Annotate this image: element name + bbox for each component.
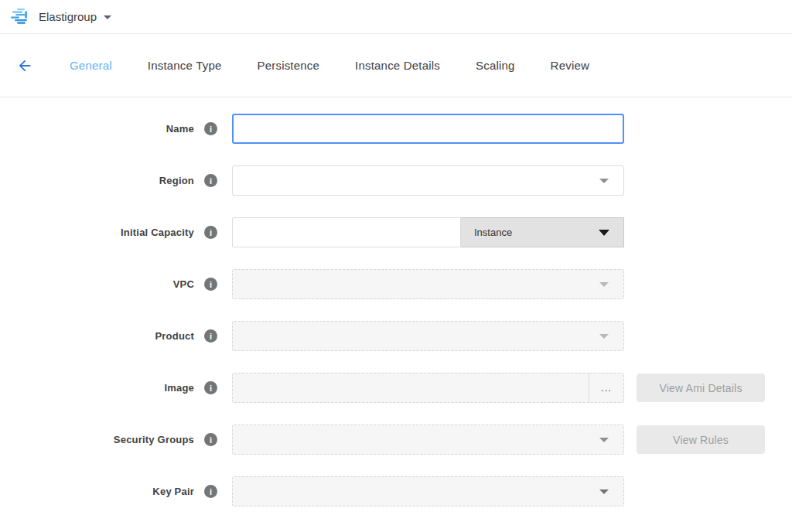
- image-field: ...: [232, 373, 624, 403]
- name-info-icon[interactable]: i: [204, 122, 217, 135]
- security-groups-label: Security Groups: [114, 434, 194, 445]
- back-arrow-icon[interactable]: [16, 57, 33, 74]
- product-info-icon[interactable]: i: [204, 329, 217, 343]
- vpc-row: VPC i: [0, 269, 792, 299]
- region-select[interactable]: [232, 165, 624, 196]
- product-caret-icon: [599, 334, 609, 339]
- tab-scaling[interactable]: Scaling: [476, 59, 515, 72]
- capacity-unit-value: Instance: [474, 227, 512, 238]
- tab-persistence[interactable]: Persistence: [258, 59, 320, 72]
- initial-capacity-row: Initial Capacity i Instance: [0, 217, 792, 247]
- vpc-label: VPC: [173, 278, 194, 290]
- view-rules-button[interactable]: View Rules: [637, 425, 765, 454]
- product-row: Product i: [0, 321, 792, 351]
- name-row: Name i: [0, 114, 792, 144]
- security-groups-select: [232, 425, 624, 455]
- view-ami-details-button[interactable]: View Ami Details: [637, 373, 765, 402]
- image-info-icon[interactable]: i: [204, 381, 217, 394]
- product-select: [232, 321, 624, 351]
- tab-instance-type[interactable]: Instance Type: [148, 59, 222, 72]
- app-switcher-caret-icon[interactable]: [104, 15, 111, 19]
- initial-capacity-label: Initial Capacity: [121, 227, 194, 238]
- initial-capacity-input[interactable]: [233, 218, 460, 247]
- tab-instance-details[interactable]: Instance Details: [355, 59, 440, 72]
- security-groups-row: Security Groups i View Rules: [0, 425, 792, 455]
- key-pair-select: [232, 476, 624, 506]
- vpc-select: [232, 269, 624, 299]
- vpc-info-icon[interactable]: i: [204, 278, 217, 291]
- image-row: Image i ... View Ami Details: [0, 373, 792, 403]
- security-groups-caret-icon: [599, 438, 609, 442]
- wizard-tab-bar: General Instance Type Persistence Instan…: [0, 34, 792, 97]
- app-switcher-label[interactable]: Elastigroup: [39, 10, 97, 23]
- key-pair-info-icon[interactable]: i: [204, 485, 217, 498]
- image-label: Image: [164, 382, 194, 394]
- security-groups-info-icon[interactable]: i: [204, 433, 217, 446]
- image-browse-button[interactable]: ...: [589, 373, 623, 402]
- key-pair-label: Key Pair: [152, 486, 194, 497]
- region-row: Region i: [0, 165, 792, 196]
- region-caret-icon: [599, 179, 609, 183]
- name-input[interactable]: [234, 115, 623, 142]
- initial-capacity-field-wrap: [232, 217, 461, 247]
- top-bar: Elastigroup: [0, 0, 792, 34]
- wizard-tabs: General Instance Type Persistence Instan…: [70, 59, 625, 72]
- product-label: Product: [155, 330, 194, 342]
- tab-review[interactable]: Review: [551, 59, 589, 72]
- key-pair-caret-icon: [599, 489, 609, 494]
- region-label: Region: [159, 175, 194, 186]
- region-info-icon[interactable]: i: [204, 174, 217, 187]
- name-label: Name: [166, 123, 194, 135]
- initial-capacity-info-icon[interactable]: i: [204, 226, 217, 239]
- general-form: Name i Region i Initial Capacity i Insta…: [0, 97, 792, 506]
- capacity-unit-select[interactable]: Instance: [461, 217, 624, 247]
- image-value: [233, 373, 589, 402]
- capacity-unit-caret-icon: [599, 230, 609, 236]
- name-field-wrap: [232, 114, 624, 144]
- elastigroup-logo-icon: [10, 7, 30, 27]
- tab-general[interactable]: General: [70, 59, 112, 72]
- vpc-caret-icon: [599, 282, 609, 287]
- key-pair-row: Key Pair i: [0, 476, 792, 506]
